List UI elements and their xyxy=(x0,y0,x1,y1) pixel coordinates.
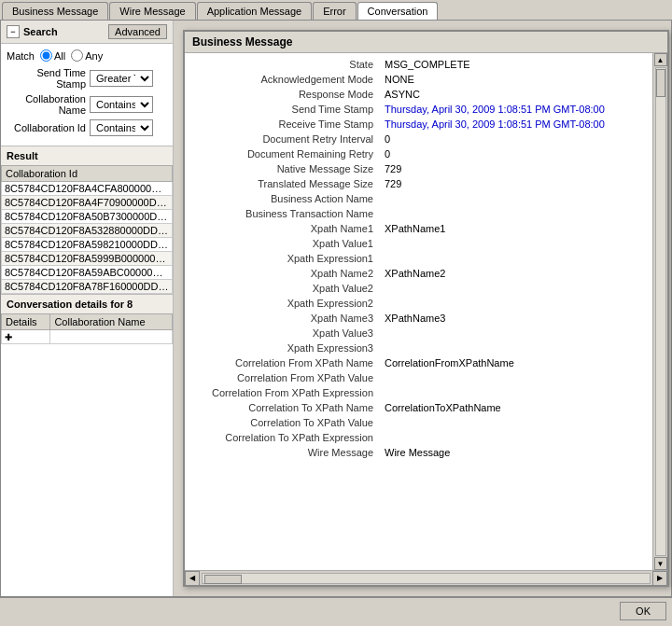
biz-msg-body[interactable]: StateMSG_COMPLETEAcknowledgement ModeNON… xyxy=(185,53,652,570)
collab-id-cell: 8C5784CD120F8A78F160000DDB5 xyxy=(2,280,173,294)
collab-name-col-header: Collaboration Name xyxy=(50,314,173,330)
property-label: Send Time Stamp xyxy=(185,102,381,117)
property-value: CorrelationToXPathName xyxy=(381,400,652,415)
tab-conversation[interactable]: Conversation xyxy=(357,2,439,20)
collab-id-cell: 8C5784CD120F8A4CFA800000DD8F xyxy=(2,182,173,196)
property-label: Acknowledgement Mode xyxy=(185,72,381,87)
all-radio-label[interactable]: All xyxy=(40,49,65,62)
table-row[interactable]: 8C5784CD120F8A598210000DDAA xyxy=(2,238,173,252)
property-label: Xpath Name2 xyxy=(185,266,381,281)
property-value xyxy=(381,236,652,251)
conv-details-row: ✚ xyxy=(2,330,173,344)
scroll-left-button[interactable]: ◀ xyxy=(185,571,200,586)
property-value: Thursday, April 30, 2009 1:08:51 PM GMT-… xyxy=(381,117,652,132)
property-value: XPathName2 xyxy=(381,266,652,281)
any-radio[interactable] xyxy=(71,49,83,62)
property-label: State xyxy=(185,57,381,72)
property-value xyxy=(381,251,652,266)
collab-id-cell: 8C5784CD120F8A5999B000000DAB xyxy=(2,252,173,266)
property-label: Correlation To XPath Name xyxy=(185,400,381,415)
vertical-scrollbar[interactable]: ▲ ▼ xyxy=(652,53,667,570)
ok-button[interactable]: OK xyxy=(620,602,666,620)
property-row: Receive Time StampThursday, April 30, 20… xyxy=(185,117,652,132)
details-col-header: Details xyxy=(2,314,50,330)
property-value: XPathName3 xyxy=(381,311,652,326)
collab-id-label: Collaboration Id xyxy=(7,122,86,133)
send-timestamp-row: Send Time Stamp Greater Tha Less Than Eq… xyxy=(7,67,167,90)
cursor-icon: ✚ xyxy=(5,332,12,342)
property-row: Xpath Name2XPathName2 xyxy=(185,266,652,281)
property-value: 729 xyxy=(381,161,652,176)
tab-wire-message[interactable]: Wire Message xyxy=(109,2,195,20)
any-label: Any xyxy=(85,50,103,62)
property-label: Translated Message Size xyxy=(185,176,381,191)
collab-id-operator[interactable]: Contains Equals xyxy=(90,119,153,136)
property-value: CorrelationFromXPathName xyxy=(381,355,652,370)
property-value xyxy=(381,415,652,430)
table-row[interactable]: 8C5784CD120F8A5999B000000DAB xyxy=(2,252,173,266)
collab-name-operator[interactable]: Contains Equals xyxy=(90,96,153,113)
property-row: Business Action Name xyxy=(185,191,652,206)
all-radio[interactable] xyxy=(40,49,52,62)
search-toggle: − Search xyxy=(7,25,58,38)
property-label: Xpath Expression1 xyxy=(185,251,381,266)
result-header: Result xyxy=(1,146,173,165)
table-row[interactable]: 8C5784CD120F8A532880000DDAA xyxy=(2,224,173,238)
horizontal-scrollbar[interactable]: ◀ ▶ xyxy=(185,570,667,585)
property-row: Acknowledgement ModeNONE xyxy=(185,72,652,87)
tab-business-message[interactable]: Business Message xyxy=(2,2,108,20)
table-row[interactable]: 8C5784CD120F8A4F70900000DD95 xyxy=(2,196,173,210)
table-row[interactable]: 8C5784CD120F8A50B7300000DD9E xyxy=(2,210,173,224)
main-content: − Search Advanced Match All Any Send Tim… xyxy=(0,20,672,597)
property-row: Correlation From XPath Expression xyxy=(185,385,652,400)
business-message-popup: Business Message StateMSG_COMPLETEAcknow… xyxy=(183,30,669,587)
right-panel: Business Message StateMSG_COMPLETEAcknow… xyxy=(174,21,671,596)
collapse-search-button[interactable]: − xyxy=(7,25,20,38)
property-label: Xpath Value2 xyxy=(185,281,381,296)
send-timestamp-operator[interactable]: Greater Tha Less Than Equals xyxy=(90,70,153,87)
conv-details-table: Details Collaboration Name ✚ xyxy=(1,313,173,344)
left-panel: − Search Advanced Match All Any Send Tim… xyxy=(1,21,174,596)
property-label: Receive Time Stamp xyxy=(185,117,381,132)
any-radio-label[interactable]: Any xyxy=(71,49,103,62)
properties-table: StateMSG_COMPLETEAcknowledgement ModeNON… xyxy=(185,57,652,460)
property-row: Correlation To XPath Value xyxy=(185,415,652,430)
property-label: Response Mode xyxy=(185,87,381,102)
match-row: Match All Any xyxy=(7,49,167,62)
table-row[interactable]: 8C5784CD120F8A4CFA800000DD8F xyxy=(2,182,173,196)
property-row: Xpath Value2 xyxy=(185,281,652,296)
send-timestamp-label: Send Time Stamp xyxy=(7,67,86,90)
collab-name-cell xyxy=(50,330,173,344)
property-value xyxy=(381,370,652,385)
tab-error[interactable]: Error xyxy=(313,2,356,20)
property-value xyxy=(381,341,652,355)
property-value xyxy=(381,206,652,221)
property-label: Xpath Name1 xyxy=(185,221,381,236)
property-label: Xpath Name3 xyxy=(185,311,381,326)
collab-id-cell: 8C5784CD120F8A59ABC00000DDAC xyxy=(2,266,173,280)
property-value xyxy=(381,296,652,311)
property-label: Document Retry Interval xyxy=(185,132,381,146)
scroll-down-button[interactable]: ▼ xyxy=(654,557,667,570)
property-value xyxy=(381,385,652,400)
table-row[interactable]: 8C5784CD120F8A59ABC00000DDAC xyxy=(2,266,173,280)
property-row: Xpath Expression3 xyxy=(185,341,652,355)
property-row: StateMSG_COMPLETE xyxy=(185,57,652,72)
all-label: All xyxy=(54,50,65,62)
scroll-right-button[interactable]: ▶ xyxy=(652,571,667,586)
advanced-button[interactable]: Advanced xyxy=(108,24,167,39)
table-row[interactable]: 8C5784CD120F8A78F160000DDB5 xyxy=(2,280,173,294)
tab-application-message[interactable]: Application Message xyxy=(197,2,313,20)
property-value xyxy=(381,281,652,296)
hscroll-thumb[interactable] xyxy=(204,575,242,584)
property-label: Xpath Value3 xyxy=(185,326,381,341)
property-row: Xpath Value1 xyxy=(185,236,652,251)
property-label: Correlation To XPath Expression xyxy=(185,430,381,445)
property-label: Correlation From XPath Value xyxy=(185,370,381,385)
scroll-thumb[interactable] xyxy=(656,69,665,97)
result-table: Collaboration Id 8C5784CD120F8A4CFA80000… xyxy=(1,165,173,294)
property-row: Native Message Size729 xyxy=(185,161,652,176)
property-label: Xpath Expression2 xyxy=(185,296,381,311)
property-row: Xpath Name3XPathName3 xyxy=(185,311,652,326)
scroll-up-button[interactable]: ▲ xyxy=(654,53,667,66)
